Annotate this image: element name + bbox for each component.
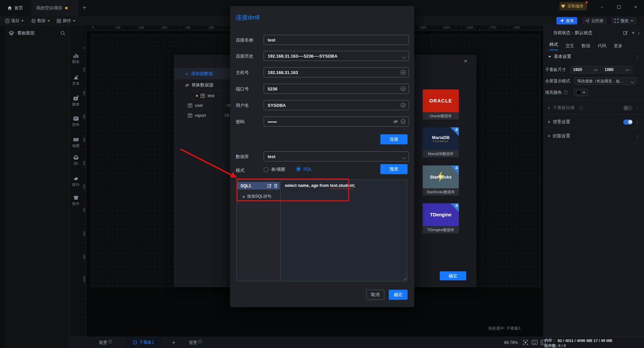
layers-panel: 看板图层 [5,25,69,348]
basic-badge: 基 [450,203,459,212]
chevron-down-icon [47,20,50,22]
tab-interaction[interactable]: 交互 [566,43,574,49]
cancel-button[interactable]: 取消 [366,290,384,300]
tree-node-connection[interactable]: test [196,93,214,98]
db-card-oracle[interactable]: ORACLE Oracle数据库 [423,89,459,120]
mode-radio-table[interactable]: 表/视图 [264,166,285,172]
tab-project[interactable]: 我的空白项目 [32,0,79,16]
database-icon [32,19,36,23]
layers-panel-title: 看板图层 [17,30,35,36]
tab-code[interactable]: 代码 [598,43,606,49]
annotation-rectangle [236,179,349,201]
confirm-button[interactable]: 确定 [389,290,408,300]
menu-actions[interactable]: 操作 [55,16,77,25]
fullscreen-mode-select[interactable]: 等比缩放（长边填充，短... [575,77,636,85]
collapse-panel-icon[interactable]: › [638,30,640,36]
keyboard-icon[interactable] [532,340,538,345]
tree-node-table[interactable]: report (未使 [188,113,234,118]
db-card-starrocks[interactable]: StarRocks 基 StarRocks数据库 [423,165,459,196]
maximize-icon [617,5,621,9]
minimize-button[interactable]: − [597,3,607,11]
rail-item-topology[interactable]: 拓扑 [69,176,82,187]
fill-color-picker[interactable] [574,89,588,96]
home-button[interactable]: 首页 [7,0,23,16]
section-carousel[interactable]: 子看板轮播? ⋮ [544,102,644,114]
rail-item-text[interactable]: 文本 [69,75,82,86]
ruler-label: 500 [83,161,86,166]
add-background-icon[interactable]: + [198,340,202,343]
rail-item-media[interactable]: 媒体 [69,95,82,107]
database-select[interactable]: test [264,151,409,161]
section-cover[interactable]: 封面设置 ⋮ [544,130,644,142]
new-tab-button[interactable]: + [83,4,87,12]
menu-project[interactable]: 项目 [3,16,26,25]
width-input[interactable]: 1920px [571,66,601,73]
dialog-confirm-button[interactable]: 确定 [440,271,466,280]
app-window: 首页 我的空白项目 + 定制服务 − × 项目 数据 操作 [0,0,644,348]
dialog-close-icon[interactable]: × [464,58,467,65]
password-input[interactable]: •••••• [264,117,409,127]
chevron-right-icon [548,121,550,123]
table-icon [188,114,192,118]
color-swatch [577,90,581,95]
rail-item-3d[interactable]: 3D [69,155,82,165]
ruler-label: 200 [83,91,86,96]
mode-radio-sql[interactable]: SQL [296,166,312,171]
add-foreground-icon[interactable]: + [108,340,112,343]
text-icon [73,75,79,80]
connect-button[interactable]: 连接 [380,134,408,144]
resize-handle[interactable] [403,277,406,280]
host-input[interactable]: 192.168.31.163 [264,67,409,77]
background-toggle[interactable] [623,120,633,125]
carousel-toggle[interactable] [623,106,633,111]
connection-name-input[interactable]: test [264,35,409,45]
edit-state-icon[interactable] [623,30,628,35]
port-input[interactable]: 5236 [264,84,409,94]
chevron-down-icon [402,155,407,159]
publish-button[interactable]: 发布 [556,17,577,24]
panel-tabs: 样式 交互 数据 代码 更多 [544,42,644,50]
section-basic-settings[interactable]: 基本设置 ⋮ [544,54,644,60]
tab-data[interactable]: 数据 [582,43,590,49]
panel-icon [133,341,137,344]
zoom-level[interactable]: 69.79% [504,340,518,345]
check-circle-icon [400,119,406,124]
preview-sql-button[interactable]: 预览 [380,164,408,174]
search-icon[interactable] [60,31,65,36]
cloud-host-button[interactable]: 云托管 [582,17,607,24]
kebab-icon[interactable]: ⋮ [635,54,640,59]
tab-more[interactable]: 更多 [614,43,623,49]
preview-button[interactable]: 预览 [611,17,637,24]
kebab-icon[interactable]: ⋮ [635,134,640,139]
connection-history-select[interactable]: 192.168.31.163----5236----SYSDBA [264,51,409,61]
add-state-icon[interactable]: + [632,29,635,36]
rail-item-widgets[interactable]: 控件 [69,116,82,127]
project-icon [5,19,9,23]
subpanel-tab[interactable]: 子看板1 [125,337,162,348]
close-button[interactable]: × [631,3,641,11]
height-input[interactable]: 1080px [602,66,632,73]
maximize-button[interactable] [614,3,624,11]
tab-style[interactable]: 样式 [549,42,558,50]
tree-node-table[interactable]: user (未使 [188,103,235,108]
eye-off-icon[interactable] [393,119,398,124]
db-card-tdengine[interactable]: TDengine 基 TDengine数据库 [423,203,459,233]
kebab-icon[interactable]: ⋮ [635,106,640,111]
layers-icon [9,31,14,36]
rail-item-charts[interactable]: 图表 [69,53,82,64]
background-tab[interactable]: 背景+ [189,337,202,348]
component-count: 组件数: 0 / 0 [544,343,566,348]
db-card-mariadb[interactable]: MariaDB Foundation 基 MariaDB数据库 [423,127,459,157]
section-background[interactable]: 背景设置 ⋮ [544,116,644,128]
help-icon[interactable]: ? [564,90,568,95]
fit-screen-icon[interactable] [523,340,528,345]
rail-item-suite[interactable]: 套件 [69,195,82,206]
username-input[interactable]: SYSDBA [264,100,409,110]
kebab-icon[interactable]: ⋮ [635,120,640,125]
add-subpanel-button[interactable]: + [172,340,175,346]
rail-item-map[interactable]: 地图 [69,137,82,148]
foreground-tab[interactable]: 前景+ [99,337,112,348]
menu-data[interactable]: 数据 [30,16,52,25]
ruler-label: 1400 [420,26,426,29]
custom-service-button[interactable]: 定制服务 [559,2,587,10]
